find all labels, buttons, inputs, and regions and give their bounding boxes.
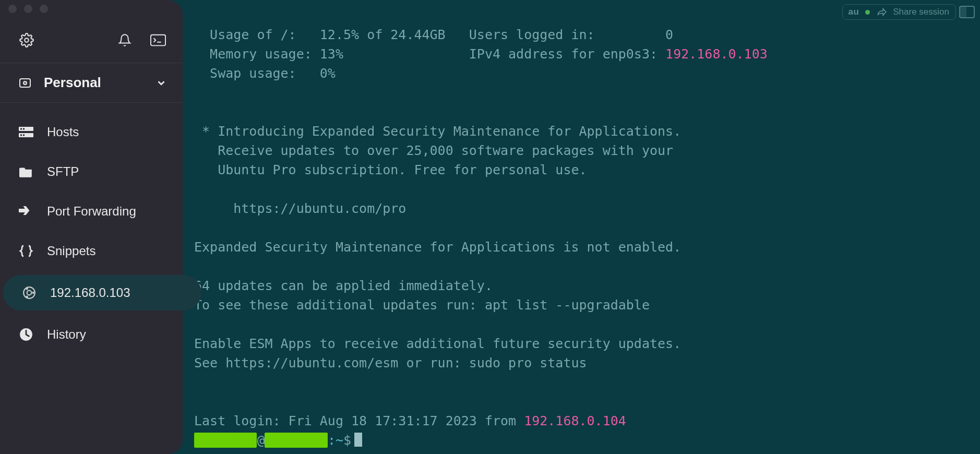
session-label: 192.168.0.103 bbox=[50, 285, 130, 300]
motd-line: To see these additional updates run: apt… bbox=[194, 297, 650, 313]
motd-line: Usage of /: 12.5% of 24.44GB Users logge… bbox=[194, 27, 673, 42]
window-traffic-lights bbox=[0, 0, 183, 18]
top-right-controls: au Share session bbox=[842, 4, 975, 20]
bell-icon bbox=[118, 33, 132, 47]
motd-line: See https://ubuntu.com/esm or run: sudo … bbox=[194, 355, 587, 371]
motd-line: Enable ESM Apps to receive additional fu… bbox=[194, 336, 681, 351]
svg-rect-9 bbox=[20, 135, 22, 136]
sidebar-item-history[interactable]: History bbox=[0, 315, 183, 354]
svg-point-12 bbox=[27, 291, 32, 295]
svg-rect-7 bbox=[20, 128, 22, 130]
chevron-down-icon bbox=[156, 77, 167, 89]
sidebar-item-sftp[interactable]: SFTP bbox=[0, 152, 183, 192]
prompt-symbol: $ bbox=[343, 433, 351, 448]
gear-icon bbox=[19, 33, 34, 47]
close-window-dot[interactable] bbox=[8, 5, 17, 13]
clock-icon bbox=[19, 327, 33, 342]
settings-button[interactable] bbox=[19, 32, 34, 48]
terminal-icon bbox=[150, 34, 166, 46]
sidebar-item-label: SFTP bbox=[47, 164, 79, 179]
hosts-icon bbox=[19, 125, 33, 139]
svg-point-4 bbox=[25, 82, 26, 83]
sidebar-item-snippets[interactable]: Snippets bbox=[0, 231, 183, 271]
vault-header-personal[interactable]: Personal bbox=[0, 63, 183, 103]
motd-line: 64 updates can be applied immediately. bbox=[194, 278, 493, 293]
minimize-window-dot[interactable] bbox=[24, 5, 32, 13]
maximize-window-dot[interactable] bbox=[40, 5, 48, 13]
braces-icon bbox=[19, 244, 33, 258]
prompt-cwd: ~ bbox=[336, 433, 343, 448]
motd-line: Receive updates to over 25,000 software … bbox=[194, 143, 673, 158]
motd-line: Swap usage: 0% bbox=[194, 66, 336, 81]
svg-point-14 bbox=[26, 288, 28, 290]
terminal-output[interactable]: Usage of /: 12.5% of 24.44GB Users logge… bbox=[183, 0, 980, 454]
port-forwarding-icon bbox=[19, 204, 33, 219]
share-session-button[interactable]: au Share session bbox=[842, 4, 956, 20]
last-login-line: Last login: Fri Aug 18 17:31:17 2023 fro… bbox=[194, 413, 524, 428]
share-label: Share session bbox=[893, 7, 949, 17]
terminal-pane[interactable]: au Share session Usage of /: 12.5% of 24… bbox=[183, 0, 980, 454]
sidebar-item-label: Hosts bbox=[47, 125, 79, 139]
au-badge: au bbox=[848, 7, 859, 17]
svg-point-0 bbox=[25, 38, 28, 42]
motd-line: Memory usage: 13% IPv4 address for enp0s… bbox=[194, 46, 665, 62]
new-terminal-button[interactable] bbox=[150, 32, 166, 48]
sidebar-nav: Hosts SFTP Port Forwarding bbox=[0, 103, 183, 354]
at-symbol: @ bbox=[257, 433, 265, 448]
sidebar: Personal Hosts bbox=[0, 0, 183, 454]
svg-rect-10 bbox=[23, 135, 25, 136]
motd-line: * Introducing Expanded Security Maintena… bbox=[194, 124, 681, 139]
panel-toggle-button[interactable] bbox=[959, 6, 975, 18]
vault-label: Personal bbox=[44, 75, 143, 91]
prompt-path: : bbox=[328, 433, 336, 448]
folder-icon bbox=[19, 164, 33, 179]
sidebar-item-label: Snippets bbox=[47, 244, 95, 258]
sidebar-item-label: History bbox=[47, 327, 86, 342]
svg-rect-8 bbox=[23, 128, 25, 130]
sidebar-item-hosts[interactable]: Hosts bbox=[0, 112, 183, 152]
sidebar-item-label: Port Forwarding bbox=[47, 204, 136, 219]
prompt-host: rnenergy bbox=[265, 433, 327, 448]
ip-address: 192.168.0.103 bbox=[665, 46, 768, 62]
share-arrow-icon bbox=[876, 8, 887, 16]
motd-line: Ubuntu Pro subscription. Free for person… bbox=[194, 162, 587, 177]
svg-point-15 bbox=[26, 295, 28, 297]
cursor-icon bbox=[354, 433, 362, 447]
ip-address: 192.168.0.104 bbox=[524, 413, 626, 428]
sidebar-item-port-forwarding[interactable]: Port Forwarding bbox=[0, 192, 183, 231]
ubuntu-icon bbox=[22, 285, 37, 300]
vault-icon bbox=[19, 77, 31, 89]
svg-point-13 bbox=[32, 292, 34, 294]
svg-rect-1 bbox=[151, 35, 165, 46]
sidebar-active-session[interactable]: 192.168.0.103 bbox=[3, 275, 201, 310]
notifications-button[interactable] bbox=[117, 32, 133, 48]
sidebar-toolbar bbox=[0, 18, 183, 63]
prompt-user: rnenergy bbox=[194, 433, 257, 448]
motd-line: Expanded Security Maintenance for Applic… bbox=[194, 240, 681, 255]
motd-line: https://ubuntu.com/pro bbox=[194, 201, 406, 216]
status-dot-icon bbox=[865, 10, 870, 15]
